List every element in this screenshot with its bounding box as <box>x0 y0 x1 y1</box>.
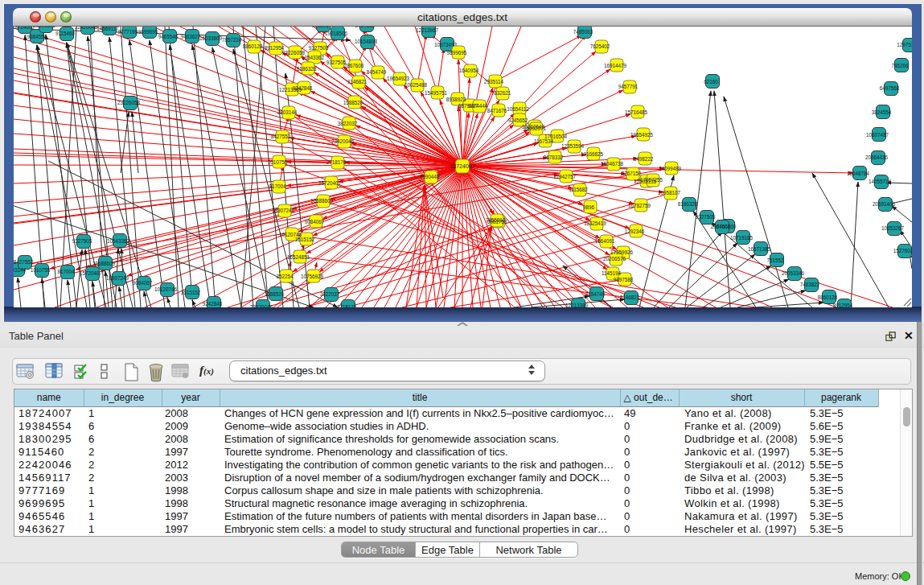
svg-text:9146821: 9146821 <box>347 79 368 84</box>
svg-text:3824554: 3824554 <box>872 109 892 115</box>
svg-text:8267150: 8267150 <box>622 171 642 176</box>
svg-text:7625402: 7625402 <box>590 43 610 49</box>
svg-text:22420046: 22420046 <box>75 27 98 30</box>
svg-text:1292346: 1292346 <box>625 229 645 234</box>
svg-text:3822037: 3822037 <box>338 121 358 126</box>
svg-text:7485063: 7485063 <box>573 29 593 35</box>
svg-text:2867608: 2867608 <box>711 224 731 229</box>
svg-text:8990448: 8990448 <box>420 174 440 179</box>
svg-text:17957255: 17957255 <box>640 177 663 183</box>
svg-text:9242848: 9242848 <box>203 301 223 307</box>
svg-text:2718176: 2718176 <box>326 159 347 165</box>
svg-text:16648784: 16648784 <box>847 171 870 176</box>
svg-text:8454749: 8454749 <box>367 69 387 75</box>
svg-text:8678332: 8678332 <box>544 154 564 160</box>
svg-text:12942757: 12942757 <box>553 174 577 179</box>
svg-text:1010755: 1010755 <box>31 267 51 273</box>
svg-text:10154808: 10154808 <box>355 39 378 44</box>
svg-text:16671385: 16671385 <box>748 246 771 252</box>
svg-text:12975115: 12975115 <box>897 42 912 47</box>
svg-text:18907249: 18907249 <box>106 275 129 281</box>
svg-text:23420046: 23420046 <box>250 304 273 307</box>
svg-text:9327503: 9327503 <box>309 45 329 51</box>
svg-text:9699695: 9699695 <box>138 29 158 35</box>
svg-text:6497568: 6497568 <box>880 85 900 91</box>
svg-text:9397588: 9397588 <box>614 277 634 282</box>
svg-text:10688609: 10688609 <box>92 261 116 266</box>
svg-text:9245652: 9245652 <box>508 117 528 123</box>
svg-text:8860128: 8860128 <box>243 43 263 49</box>
svg-text:20364436: 20364436 <box>865 154 889 160</box>
svg-text:19384554: 19384554 <box>24 34 47 39</box>
svg-text:18300295: 18300295 <box>33 27 56 28</box>
svg-text:7832621: 7832621 <box>491 90 511 96</box>
svg-text:252254: 252254 <box>276 274 294 279</box>
svg-text:16914479: 16914479 <box>604 63 627 68</box>
svg-text:1527602: 1527602 <box>893 248 912 253</box>
svg-text:8427552: 8427552 <box>271 134 291 139</box>
svg-text:1615152: 1615152 <box>295 237 315 242</box>
svg-text:15495751: 15495751 <box>425 90 448 96</box>
svg-text:2803144: 2803144 <box>14 267 27 273</box>
svg-text:15720407: 15720407 <box>80 270 103 276</box>
svg-text:817004: 817004 <box>57 269 75 274</box>
svg-text:1564091: 1564091 <box>595 238 615 244</box>
svg-text:23226058: 23226058 <box>117 100 141 105</box>
svg-text:19166825: 19166825 <box>581 151 604 157</box>
svg-text:1588520: 1588520 <box>265 291 285 297</box>
svg-text:1615152: 1615152 <box>181 290 201 295</box>
svg-text:9474444: 9474444 <box>468 103 488 109</box>
svg-text:10958107: 10958107 <box>658 190 681 196</box>
svg-text:9463627: 9463627 <box>181 34 201 39</box>
svg-text:9465546: 9465546 <box>158 34 179 39</box>
svg-text:3822037: 3822037 <box>320 291 340 297</box>
svg-text:8186328: 8186328 <box>297 66 317 72</box>
svg-text:14099489: 14099489 <box>659 166 682 171</box>
svg-text:8938923: 8938923 <box>446 97 466 102</box>
svg-text:15716485: 15716485 <box>625 109 648 115</box>
svg-text:8186328: 8186328 <box>678 201 698 207</box>
svg-text:746266: 746266 <box>891 63 909 68</box>
svg-text:8471676: 8471676 <box>487 108 507 113</box>
svg-text:1588520: 1588520 <box>343 100 363 105</box>
svg-text:19654923: 19654923 <box>387 76 410 81</box>
svg-text:19218506: 19218506 <box>325 31 348 36</box>
svg-text:8860128: 8860128 <box>818 295 838 300</box>
svg-text:14569117: 14569117 <box>97 27 119 31</box>
svg-text:16524851: 16524851 <box>287 254 310 260</box>
svg-text:17359926: 17359926 <box>610 249 634 255</box>
svg-text:16782759: 16782759 <box>628 203 651 208</box>
svg-text:11325419: 11325419 <box>584 220 606 226</box>
svg-text:18724007: 18724007 <box>14 27 35 30</box>
svg-text:18724007: 18724007 <box>450 163 474 169</box>
svg-text:9084067: 9084067 <box>305 219 325 225</box>
svg-text:10120746: 10120746 <box>154 286 178 292</box>
svg-text:1010755: 1010755 <box>268 159 288 165</box>
svg-text:9115460: 9115460 <box>55 31 76 36</box>
svg-text:2087682: 2087682 <box>355 27 376 28</box>
svg-text:10653267: 10653267 <box>881 225 905 231</box>
svg-text:7955812: 7955812 <box>486 217 506 223</box>
svg-text:62160: 62160 <box>704 79 718 84</box>
svg-text:16046738: 16046738 <box>601 161 624 167</box>
svg-text:2718176: 2718176 <box>337 304 357 307</box>
svg-text:1167534: 1167534 <box>534 138 554 144</box>
svg-text:18907249: 18907249 <box>272 208 295 213</box>
svg-text:2867608: 2867608 <box>344 63 364 68</box>
svg-text:751552: 751552 <box>766 257 784 263</box>
svg-text:9146821: 9146821 <box>620 295 640 300</box>
svg-text:20691406: 20691406 <box>873 201 896 207</box>
svg-text:10807487: 10807487 <box>866 132 889 138</box>
svg-text:1115682: 1115682 <box>569 187 588 192</box>
svg-text:9457791: 9457791 <box>618 84 639 89</box>
svg-text:817004: 817004 <box>269 183 286 189</box>
svg-text:10688609: 10688609 <box>310 198 334 204</box>
svg-text:10543362: 10543362 <box>302 55 325 60</box>
svg-text:20053346: 20053346 <box>782 270 805 276</box>
svg-text:9327505: 9327505 <box>696 214 716 220</box>
svg-text:14055714: 14055714 <box>869 179 892 184</box>
svg-text:12353594: 12353594 <box>561 143 585 149</box>
svg-text:19654925: 19654925 <box>630 132 654 138</box>
svg-text:9896: 9896 <box>583 204 595 210</box>
svg-text:1145194: 1145194 <box>602 270 622 276</box>
